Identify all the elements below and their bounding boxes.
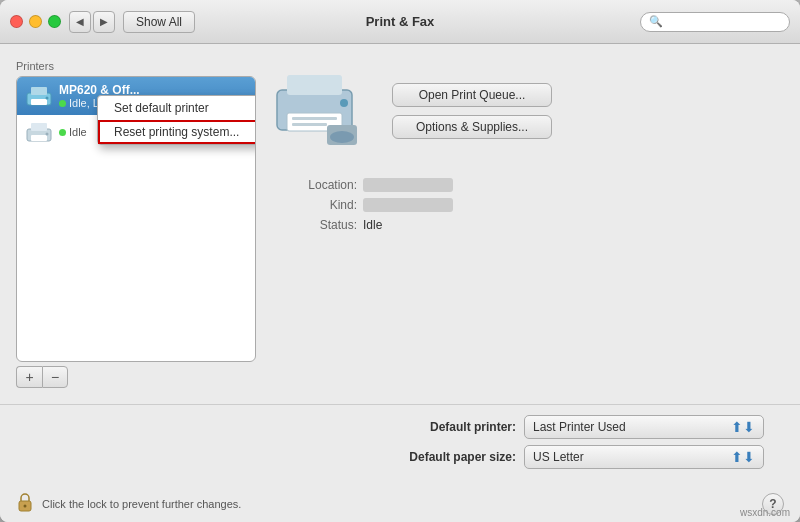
printer-info-normal: Idle [59, 126, 87, 138]
svg-point-3 [46, 97, 49, 100]
svg-rect-2 [31, 99, 47, 105]
status-label: Status: [292, 218, 357, 232]
show-all-button[interactable]: Show All [123, 11, 195, 33]
location-row: Location: [292, 178, 784, 192]
default-paper-label: Default paper size: [409, 450, 516, 464]
footer: Click the lock to prevent further change… [0, 485, 800, 522]
search-input[interactable] [667, 15, 781, 29]
maximize-button[interactable] [48, 15, 61, 28]
svg-point-7 [46, 133, 49, 136]
svg-rect-1 [31, 87, 47, 95]
printer-icon-normal [25, 121, 53, 143]
minimize-button[interactable] [29, 15, 42, 28]
printer-meta: Location: Kind: Status: Idle [292, 178, 784, 232]
printer-icon-selected [25, 85, 53, 107]
status-row: Status: Idle [292, 218, 784, 232]
normal-printer-status: Idle [59, 126, 87, 138]
watermark: wsxdn.com [740, 507, 790, 518]
kind-label: Kind: [292, 198, 357, 212]
window-controls [10, 15, 61, 28]
default-printer-label: Default printer: [430, 420, 516, 434]
lock-icon[interactable] [16, 491, 34, 516]
open-print-queue-button[interactable]: Open Print Queue... [392, 83, 552, 107]
svg-rect-12 [292, 123, 327, 126]
main-window: ◀ ▶ Show All Print & Fax 🔍 Printers [0, 0, 800, 522]
svg-rect-11 [292, 117, 337, 120]
close-button[interactable] [10, 15, 23, 28]
search-box[interactable]: 🔍 [640, 12, 790, 32]
svg-point-15 [330, 131, 354, 143]
context-reset-printing[interactable]: Reset printing system... [98, 120, 256, 144]
options-supplies-button[interactable]: Options & Supplies... [392, 115, 552, 139]
nav-buttons: ◀ ▶ [69, 11, 115, 33]
default-printer-dropdown[interactable]: Last Printer Used ⬆⬇ [524, 415, 764, 439]
context-menu: Set default printer Reset printing syste… [97, 95, 256, 145]
forward-button[interactable]: ▶ [93, 11, 115, 33]
list-controls: + − [16, 366, 256, 388]
svg-point-13 [340, 99, 348, 107]
printer-large-icon [272, 65, 372, 145]
status-dot [59, 100, 66, 107]
window-title: Print & Fax [366, 14, 435, 29]
svg-rect-9 [287, 75, 342, 95]
back-button[interactable]: ◀ [69, 11, 91, 33]
svg-rect-5 [31, 123, 47, 131]
printers-label: Printers [16, 60, 256, 72]
location-value [363, 178, 453, 192]
printers-list: MP620 & Off... Idle, L... Set default pr… [16, 76, 256, 362]
svg-point-17 [24, 505, 27, 508]
svg-rect-6 [31, 135, 47, 141]
add-printer-button[interactable]: + [16, 366, 42, 388]
default-printer-row: Default printer: Last Printer Used ⬆⬇ [16, 415, 784, 439]
footer-lock-text: Click the lock to prevent further change… [42, 498, 241, 510]
printers-panel: Printers MP620 & Off... [16, 60, 256, 388]
location-label: Location: [292, 178, 357, 192]
default-printer-value: Last Printer Used [533, 420, 626, 434]
status-value: Idle [363, 218, 382, 232]
default-printer-arrow: ⬆⬇ [731, 419, 755, 435]
default-paper-value: US Letter [533, 450, 584, 464]
status-dot-normal [59, 129, 66, 136]
main-content: Printers MP620 & Off... [0, 44, 800, 404]
printer-preview [272, 60, 372, 150]
default-paper-arrow: ⬆⬇ [731, 449, 755, 465]
bottom-section: Default printer: Last Printer Used ⬆⬇ De… [0, 404, 800, 485]
default-paper-dropdown[interactable]: US Letter ⬆⬇ [524, 445, 764, 469]
action-buttons: Open Print Queue... Options & Supplies..… [392, 83, 552, 139]
kind-value [363, 198, 453, 212]
titlebar: ◀ ▶ Show All Print & Fax 🔍 [0, 0, 800, 44]
default-paper-row: Default paper size: US Letter ⬆⬇ [16, 445, 784, 469]
search-icon: 🔍 [649, 15, 663, 28]
remove-printer-button[interactable]: − [42, 366, 68, 388]
kind-row: Kind: [292, 198, 784, 212]
printer-details: Open Print Queue... Options & Supplies..… [272, 60, 784, 388]
context-set-default[interactable]: Set default printer [98, 96, 256, 120]
right-section: Open Print Queue... Options & Supplies..… [272, 60, 784, 162]
